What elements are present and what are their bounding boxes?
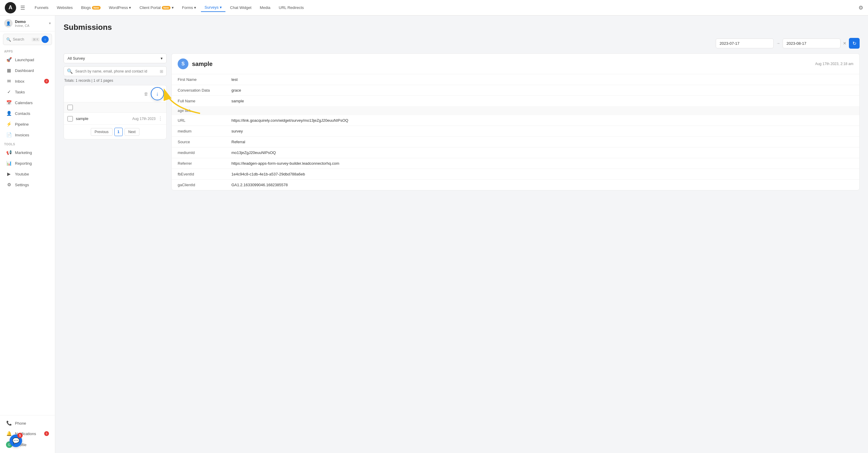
nav-chatwidget[interactable]: Chat Widget	[227, 4, 255, 12]
nav-funnels[interactable]: Funnels	[31, 4, 52, 12]
field-key: mediumId	[172, 148, 225, 158]
sidebar-item-label: Tasks	[15, 90, 25, 94]
search-input[interactable]	[75, 69, 157, 73]
sidebar-item-inbox[interactable]: ✉ Inbox 0	[2, 76, 53, 86]
page-title: Submissions	[64, 23, 860, 32]
sidebar-item-notifications[interactable]: 🔔 Notifications 5	[2, 428, 53, 439]
field-value: test	[225, 74, 859, 85]
inbox-icon: ✉	[6, 78, 12, 84]
field-row: First Name test	[172, 74, 859, 85]
youtube-icon: ▶	[6, 171, 12, 177]
trash-icon[interactable]: 🗑	[144, 91, 148, 96]
field-value: GA1.2.1633099046.1682385578	[225, 180, 859, 190]
download-button[interactable]: ↓	[151, 87, 164, 100]
field-row: Source Referral	[172, 137, 859, 148]
submissions-table: 🗑 ↓ sample Aug 17th 2023 ⋮ Previous	[64, 85, 166, 139]
survey-select[interactable]: All Survey ▾	[64, 54, 166, 63]
sidebar-item-calendars[interactable]: 📅 Calendars	[2, 98, 53, 108]
reporting-icon: 📊	[6, 161, 12, 166]
field-key: URL	[172, 115, 225, 126]
field-value: https://leadgen-apps-form-survey-builder…	[225, 158, 859, 169]
settings-icon: ⚙	[6, 182, 12, 187]
field-key: Full Name	[172, 96, 225, 106]
sidebar-item-label: Inbox	[15, 79, 25, 84]
tools-section-label: Tools	[0, 140, 55, 147]
filter-icon[interactable]: ⊞	[160, 69, 163, 74]
calendars-icon: 📅	[6, 100, 12, 105]
field-key: gaClientId	[172, 180, 225, 190]
nav-websites[interactable]: Websites	[53, 4, 76, 12]
sidebar-item-launchpad[interactable]: 🚀 Launchpad	[2, 55, 53, 65]
nav-urlredirects[interactable]: URL Redirects	[275, 4, 308, 12]
clientportal-badge: New	[162, 6, 170, 9]
menu-icon[interactable]: ☰	[20, 4, 25, 11]
sidebar-item-settings[interactable]: ⚙ Settings	[2, 180, 53, 190]
sidebar-item-invoices[interactable]: 📄 Invoices	[2, 130, 53, 140]
previous-button[interactable]: Previous	[91, 128, 113, 136]
date-end-input[interactable]	[783, 38, 840, 48]
field-key: Referrer	[172, 158, 225, 169]
contacts-icon: 👤	[6, 111, 12, 116]
user-location: Irvine, CA	[15, 24, 46, 28]
main-layout: 👤 Demo Irvine, CA ▾ 🔍 Search ⌘ K ↑ Apps …	[0, 15, 868, 453]
table-row[interactable]: sample Aug 17th 2023 ⋮	[64, 113, 166, 125]
detail-date: Aug 17th 2023, 2:18 am	[815, 62, 854, 66]
field-row: gaClientId GA1.2.1633099046.1682385578	[172, 180, 859, 190]
sidebar-item-label: Youtube	[15, 172, 29, 176]
nav-clientportal[interactable]: Client Portal New ▾	[136, 4, 177, 12]
nav-forms[interactable]: Forms ▾	[179, 4, 200, 12]
detail-name: sample	[192, 61, 815, 67]
date-start-input[interactable]	[716, 38, 774, 48]
top-navigation: A ☰ Funnels Websites Blogs New WordPress…	[0, 0, 868, 15]
sidebar-bottom: 📞 Phone 🔔 Notifications 5 G Profile	[0, 415, 55, 453]
date-filter-row: → ✕ ↻	[64, 38, 860, 48]
apps-section-label: Apps	[0, 47, 55, 54]
chevron-down-icon: ▾	[49, 21, 51, 25]
page-details-table: URL https://link.goacquirely.com/widget/…	[172, 115, 859, 190]
field-key: Conversation Data	[172, 85, 225, 96]
field-row: mediumId mo13jeZgJ20euuNIPsOQ	[172, 148, 859, 158]
settings-gear-icon[interactable]: ⚙	[859, 4, 863, 11]
sidebar-item-label: Launchpad	[15, 58, 34, 62]
page-number[interactable]: 1	[114, 128, 123, 136]
app-logo[interactable]: A	[5, 2, 16, 13]
field-key: First Name	[172, 74, 225, 85]
sidebar-item-marketing[interactable]: 📢 Marketing	[2, 148, 53, 158]
field-value: mo13jeZgJ20euuNIPsOQ	[225, 148, 859, 158]
nav-wordpress[interactable]: WordPress ▾	[105, 4, 135, 12]
upload-button[interactable]: ↑	[41, 36, 49, 43]
notifications-badge: 5	[44, 431, 49, 436]
nav-surveys[interactable]: Surveys ▾	[201, 3, 225, 12]
search-bar: 🔍 ⊞	[64, 66, 166, 76]
row-menu-icon[interactable]: ⋮	[158, 116, 163, 122]
sidebar-item-dashboard[interactable]: ▦ Dashboard	[2, 65, 53, 75]
sidebar-item-label: Marketing	[15, 151, 32, 155]
survey-select-value: All Survey	[67, 56, 85, 61]
sidebar-item-contacts[interactable]: 👤 Contacts	[2, 108, 53, 119]
nav-blogs[interactable]: Blogs New	[78, 4, 104, 12]
date-range-arrow-icon: →	[776, 41, 780, 46]
field-key: medium	[172, 126, 225, 137]
select-all-checkbox[interactable]	[67, 105, 73, 110]
date-clear-icon[interactable]: ✕	[843, 41, 846, 46]
sidebar-item-pipeline[interactable]: ⚡ Pipeline	[2, 119, 53, 129]
sidebar-user[interactable]: 👤 Demo Irvine, CA ▾	[0, 15, 55, 31]
sidebar-item-reporting[interactable]: 📊 Reporting	[2, 158, 53, 168]
refresh-button[interactable]: ↻	[849, 38, 860, 48]
invoices-icon: 📄	[6, 132, 12, 137]
next-button[interactable]: Next	[125, 128, 140, 136]
search-bar[interactable]: 🔍 Search ⌘ K ↑	[3, 34, 52, 45]
sidebar-item-youtube[interactable]: ▶ Youtube	[2, 169, 53, 179]
row-checkbox[interactable]	[67, 116, 73, 122]
sidebar-item-label: Contacts	[15, 111, 30, 116]
pagination: Previous 1 Next	[64, 125, 166, 139]
pipeline-icon: ⚡	[6, 122, 12, 127]
nav-media[interactable]: Media	[256, 4, 274, 12]
totals-text: Totals: 1 records | 1 of 1 pages	[64, 78, 166, 83]
tasks-icon: ✓	[6, 89, 12, 95]
field-row: Full Name sample	[172, 96, 859, 106]
sidebar-item-tasks[interactable]: ✓ Tasks	[2, 87, 53, 97]
field-row: URL https://link.goacquirely.com/widget/…	[172, 115, 859, 126]
sidebar-item-phone[interactable]: 📞 Phone	[2, 418, 53, 428]
field-row: Conversation Data grace	[172, 85, 859, 96]
